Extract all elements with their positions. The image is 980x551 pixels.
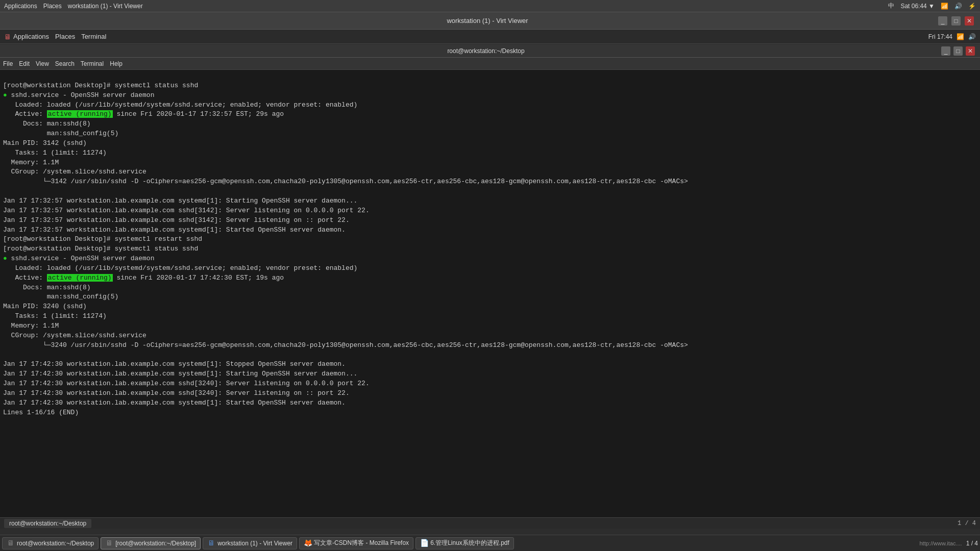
virt-close-button[interactable]: ✕: [965, 16, 974, 26]
taskbar-firefox-label: 写文章-CSDN博客 - Mozilla Firefox: [314, 539, 409, 547]
sys-places[interactable]: Places: [43, 3, 62, 10]
line-6: man:sshd_config(5): [3, 130, 118, 137]
terminal-statusbar: root@workstation:~/Desktop 1 / 4: [0, 517, 980, 529]
virt-minimize-button[interactable]: _: [938, 16, 947, 26]
terminal-titlebar-controls: _ □ ✕: [941, 46, 975, 56]
sys-network-icon[interactable]: 📶: [941, 3, 948, 10]
system-topbar-left: Applications Places workstation (1) - Vi…: [4, 3, 143, 10]
line-20: Loaded: loaded (/usr/lib/systemd/system/…: [3, 264, 357, 272]
taskbar: 🖥 root@workstation:~/Desktop 🖥 [root@wor…: [0, 535, 980, 551]
gnome-apps-icon: 🖥: [4, 33, 11, 41]
line-33: Jan 17 17:42:30 workstation.lab.example.…: [3, 389, 350, 397]
taskbar-pdf-label: 6.管理Linux系统中的进程.pdf: [430, 539, 509, 547]
gnome-panel-left: 🖥 Applications Places Terminal: [4, 33, 106, 41]
terminal-content-area: [root@workstation Desktop]# systemctl st…: [0, 70, 980, 517]
taskbar-virt-icon: 🖥: [207, 539, 215, 547]
line-32: Jan 17 17:42:30 workstation.lab.example.…: [3, 380, 370, 387]
virt-titlebar: workstation (1) - Virt Viewer _ □ ✕: [0, 12, 980, 30]
taskbar-item-virt[interactable]: 🖥 workstation (1) - Virt Viewer: [203, 537, 297, 549]
line-16: Jan 17 17:32:57 workstation.lab.example.…: [3, 226, 346, 234]
gnome-volume-icon: 🔊: [968, 33, 976, 40]
line-21: Active: active (running) since Fri 2020-…: [3, 274, 284, 282]
gnome-network-icon: 📶: [957, 33, 964, 40]
term-menu-view[interactable]: View: [36, 60, 49, 67]
taskbar-firefox-icon: 🦊: [304, 539, 312, 547]
sys-power-icon[interactable]: ⚡: [968, 3, 976, 10]
taskbar-terminal1-label: root@workstation:~/Desktop: [17, 540, 94, 547]
terminal-page-indicator: 1 / 4: [958, 520, 976, 527]
line-13: Jan 17 17:32:57 workstation.lab.example.…: [3, 197, 357, 205]
terminal-content[interactable]: [root@workstation Desktop]# systemctl st…: [0, 70, 980, 429]
terminal-menubar: File Edit View Search Terminal Help: [0, 58, 980, 70]
taskbar-terminal2-label: [root@workstation:~/Desktop]: [115, 540, 196, 547]
line-4: Active: active (running) since Fri 2020-…: [3, 110, 284, 118]
term-menu-file[interactable]: File: [3, 60, 13, 67]
line-7: Main PID: 3142 (sshd): [3, 139, 87, 147]
gnome-panel: 🖥 Applications Places Terminal Fri 17:44…: [0, 30, 980, 44]
taskbar-terminal1-icon: 🖥: [7, 539, 15, 547]
sys-window-title: workstation (1) - Virt Viewer: [68, 3, 143, 10]
term-menu-terminal[interactable]: Terminal: [81, 60, 104, 67]
taskbar-item-terminal1[interactable]: 🖥 root@workstation:~/Desktop: [2, 537, 99, 549]
taskbar-item-firefox[interactable]: 🦊 写文章-CSDN博客 - Mozilla Firefox: [299, 537, 413, 549]
gnome-panel-right: Fri 17:44 📶 🔊: [928, 33, 976, 40]
terminal-tab-label[interactable]: root@workstation:~/Desktop: [4, 519, 91, 528]
taskbar-page-info: 1 / 4: [966, 540, 978, 547]
line-3: Loaded: loaded (/usr/lib/systemd/system/…: [3, 101, 357, 109]
gnome-applications[interactable]: 🖥 Applications: [4, 33, 49, 41]
term-menu-edit[interactable]: Edit: [19, 60, 30, 67]
terminal-titlebar: root@workstation:~/Desktop _ □ ✕: [0, 44, 980, 58]
taskbar-item-pdf[interactable]: 📄 6.管理Linux系统中的进程.pdf: [415, 537, 514, 549]
taskbar-item-terminal2[interactable]: 🖥 [root@workstation:~/Desktop]: [101, 537, 201, 549]
sys-applications[interactable]: Applications: [4, 3, 37, 10]
term-menu-search[interactable]: Search: [55, 60, 75, 67]
taskbar-virt-label: workstation (1) - Virt Viewer: [217, 540, 292, 547]
terminal-close-button[interactable]: ✕: [966, 46, 975, 56]
line-26: Memory: 1.1M: [3, 322, 59, 330]
virt-window-title: workstation (1) - Virt Viewer: [37, 17, 938, 24]
line-8: Tasks: 1 (limit: 11274): [3, 149, 107, 157]
line-10: CGroup: /system.slice/sshd.service: [3, 168, 146, 176]
sys-volume-icon[interactable]: 🔊: [954, 3, 962, 10]
sys-lang-indicator: 中: [888, 2, 894, 10]
terminal-maximize-button[interactable]: □: [953, 46, 963, 56]
line-9: Memory: 1.1M: [3, 159, 59, 166]
gnome-time: Fri 17:44: [928, 33, 952, 40]
taskbar-pdf-icon: 📄: [420, 539, 428, 547]
virt-window-controls: _ □ ✕: [938, 16, 974, 26]
line-27: CGroup: /system.slice/sshd.service: [3, 332, 146, 339]
line-18: [root@workstation Desktop]# systemctl st…: [3, 245, 198, 253]
system-topbar: Applications Places workstation (1) - Vi…: [0, 0, 980, 12]
line-25: Tasks: 1 (limit: 11274): [3, 312, 107, 320]
line-15: Jan 17 17:32:57 workstation.lab.example.…: [3, 216, 350, 224]
line-23: man:sshd_config(5): [3, 293, 118, 300]
gnome-places[interactable]: Places: [55, 33, 75, 40]
gnome-terminal[interactable]: Terminal: [81, 33, 106, 40]
line-35: Lines 1-16/16 (END): [3, 409, 79, 416]
line-17: [root@workstation Desktop]# systemctl re…: [3, 235, 202, 243]
taskbar-right-area: http://www.itac.... 1 / 4: [920, 540, 978, 547]
taskbar-url-hint: http://www.itac....: [920, 540, 962, 546]
line-31: Jan 17 17:42:30 workstation.lab.example.…: [3, 370, 357, 378]
terminal-titlebar-title: root@workstation:~/Desktop: [31, 47, 941, 55]
line-19: ● sshd.service - OpenSSH server daemon: [3, 255, 154, 262]
line-1: [root@workstation Desktop]# systemctl st…: [3, 82, 198, 89]
line-5: Docs: man:sshd(8): [3, 120, 91, 128]
line-24: Main PID: 3240 (sshd): [3, 303, 87, 310]
line-22: Docs: man:sshd(8): [3, 284, 91, 291]
line-11: └─3142 /usr/sbin/sshd -D -oCiphers=aes25…: [3, 178, 688, 185]
term-menu-help[interactable]: Help: [110, 60, 122, 67]
line-2: ● sshd.service - OpenSSH server daemon: [3, 91, 154, 99]
virt-maximize-button[interactable]: □: [951, 16, 961, 26]
line-30: Jan 17 17:42:30 workstation.lab.example.…: [3, 360, 346, 368]
line-34: Jan 17 17:42:30 workstation.lab.example.…: [3, 399, 346, 407]
sys-datetime: Sat 06:44 ▼: [900, 3, 935, 10]
line-14: Jan 17 17:32:57 workstation.lab.example.…: [3, 207, 370, 214]
terminal-minimize-button[interactable]: _: [941, 46, 950, 56]
line-28: └─3240 /usr/sbin/sshd -D -oCiphers=aes25…: [3, 341, 688, 349]
system-topbar-right: 中 Sat 06:44 ▼ 📶 🔊 ⚡: [888, 2, 976, 10]
taskbar-terminal2-icon: 🖥: [105, 539, 113, 547]
